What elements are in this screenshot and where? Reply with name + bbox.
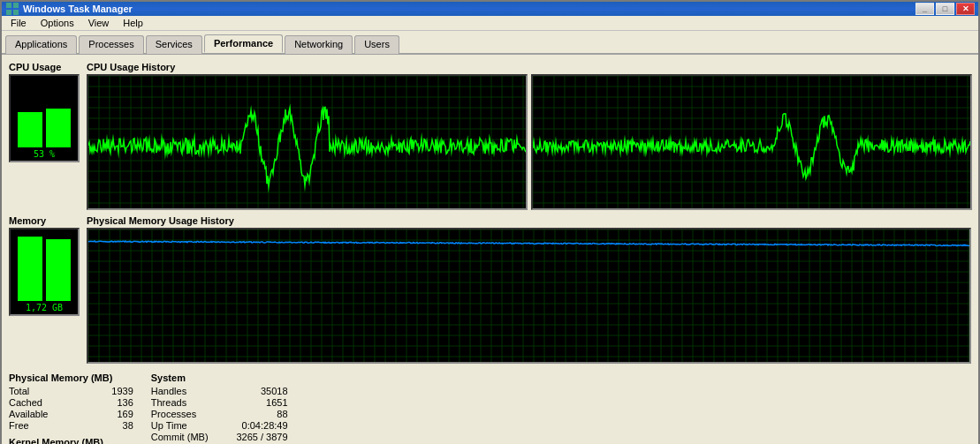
sys-row-processes: Processes 88: [151, 409, 288, 419]
memory-bar-2: [46, 239, 71, 301]
sys-row-threads: Threads 1651: [151, 397, 288, 408]
phys-value-available: 169: [80, 409, 133, 419]
window-title: Windows Task Manager: [23, 4, 912, 14]
cpu-gauge-value: 53 %: [34, 149, 55, 159]
memory-gauge-box: 1,72 GB: [9, 228, 80, 316]
phys-row-cached: Cached 136: [9, 397, 133, 408]
sys-value-commit: 3265 / 3879: [235, 432, 288, 442]
physical-memory-column: Physical Memory (MB) Total 1939 Cached 1…: [9, 373, 133, 444]
physical-memory-title: Physical Memory (MB): [9, 373, 133, 383]
sys-value-threads: 1651: [235, 397, 288, 408]
phys-value-cached: 136: [80, 397, 133, 408]
memory-gauge-label: Memory: [9, 215, 80, 226]
sys-row-handles: Handles 35018: [151, 386, 288, 396]
phys-row-available: Available 169: [9, 409, 133, 419]
sys-label-handles: Handles: [151, 386, 186, 396]
menu-bar: File Options View Help: [2, 16, 978, 31]
menu-options[interactable]: Options: [34, 16, 81, 30]
sys-label-processes: Processes: [151, 409, 196, 419]
memory-gauge-value: 1,72 GB: [26, 303, 63, 312]
cpu-section: CPU Usage 53 % CPU Usage History: [9, 62, 971, 210]
menu-view[interactable]: View: [81, 16, 117, 30]
memory-section: Memory 1,72 GB Physical Memory Usage His…: [9, 215, 971, 364]
tab-processes[interactable]: Processes: [79, 35, 143, 54]
phys-row-total: Total 1939: [9, 386, 133, 396]
svg-rect-3: [13, 10, 19, 15]
cpu-bars: [18, 77, 71, 147]
tab-users[interactable]: Users: [354, 35, 399, 54]
main-content: CPU Usage 53 % CPU Usage History: [2, 55, 978, 444]
svg-rect-1: [13, 3, 19, 8]
phys-value-free: 38: [80, 420, 133, 431]
cpu-bar-2: [46, 109, 71, 147]
phys-label-total: Total: [9, 386, 29, 396]
task-manager-window: Windows Task Manager _ □ ✕ File Options …: [0, 0, 980, 444]
phys-row-free: Free 38: [9, 420, 133, 431]
sys-row-uptime: Up Time 0:04:28:49: [151, 420, 288, 431]
phys-label-available: Available: [9, 409, 48, 419]
memory-history-label: Physical Memory Usage History: [87, 215, 971, 226]
cpu-chart-2: [533, 76, 970, 208]
phys-label-free: Free: [9, 420, 29, 431]
sys-label-uptime: Up Time: [151, 420, 187, 431]
window-controls: _ □ ✕: [915, 3, 975, 15]
phys-value-total: 1939: [80, 386, 133, 396]
cpu-gauge-label: CPU Usage: [9, 62, 80, 72]
system-title: System: [151, 373, 288, 383]
title-bar: Windows Task Manager _ □ ✕: [2, 2, 978, 16]
restore-button[interactable]: □: [936, 3, 954, 15]
phys-label-cached: Cached: [9, 397, 42, 408]
tab-applications[interactable]: Applications: [5, 35, 77, 54]
menu-help[interactable]: Help: [116, 16, 150, 30]
sys-row-commit: Commit (MB) 3265 / 3879: [151, 432, 288, 442]
sys-value-processes: 88: [235, 409, 288, 419]
sys-value-uptime: 0:04:28:49: [235, 420, 288, 431]
memory-history-panel: Physical Memory Usage History: [87, 215, 971, 364]
cpu-chart-1: [88, 76, 526, 208]
memory-history-canvas: [87, 228, 971, 364]
tab-networking[interactable]: Networking: [285, 35, 353, 54]
sys-label-threads: Threads: [151, 397, 186, 408]
memory-bars: [18, 230, 71, 301]
sys-value-handles: 35018: [235, 386, 288, 396]
cpu-history-canvas-2: [531, 74, 972, 210]
memory-bar-1: [18, 237, 42, 301]
memory-gauge-panel: Memory 1,72 GB: [9, 215, 80, 364]
menu-file[interactable]: File: [4, 16, 34, 30]
info-section: Physical Memory (MB) Total 1939 Cached 1…: [9, 373, 971, 444]
sys-label-commit: Commit (MB): [151, 432, 209, 442]
cpu-gauge-box: 53 %: [9, 74, 80, 162]
tabs-bar: Applications Processes Services Performa…: [2, 31, 978, 55]
minimize-button[interactable]: _: [915, 3, 934, 15]
svg-rect-2: [6, 10, 11, 15]
close-button[interactable]: ✕: [956, 3, 975, 15]
tab-services[interactable]: Services: [146, 35, 202, 54]
svg-rect-0: [6, 3, 11, 8]
cpu-history-panel: CPU Usage History: [87, 62, 972, 210]
cpu-history-charts: [87, 74, 972, 210]
cpu-gauge-panel: CPU Usage 53 %: [9, 62, 80, 210]
memory-chart: [88, 230, 969, 362]
window-icon: [5, 2, 19, 16]
tab-performance[interactable]: Performance: [204, 34, 283, 53]
system-column: System Handles 35018 Threads 1651 Proces…: [151, 373, 288, 444]
kernel-memory-title: Kernel Memory (MB): [9, 437, 133, 444]
cpu-history-label: CPU Usage History: [87, 62, 972, 72]
cpu-bar-1: [18, 112, 42, 147]
cpu-history-canvas-1: [87, 74, 528, 210]
